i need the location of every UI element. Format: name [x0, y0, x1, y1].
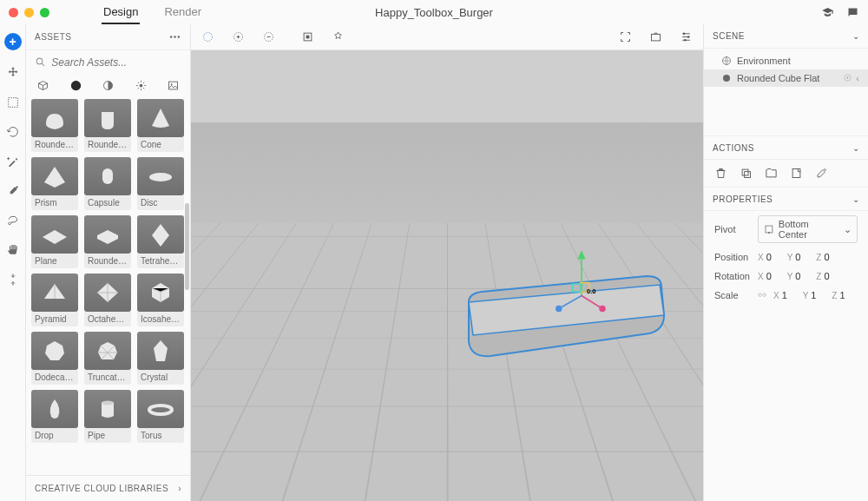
asset-label: Crystal	[137, 370, 184, 385]
svg-point-38	[768, 232, 770, 234]
delete-icon[interactable]	[714, 167, 727, 180]
properties-header: PROPERTIES	[713, 194, 773, 204]
asset-thumb[interactable]	[31, 390, 78, 428]
asset-thumb[interactable]	[84, 99, 131, 137]
subtract-selection-icon[interactable]	[262, 30, 275, 43]
asset-thumb[interactable]	[31, 99, 78, 137]
eyedropper-icon[interactable]	[6, 184, 20, 198]
learn-icon[interactable]	[821, 6, 834, 19]
anchor-tool-icon[interactable]	[6, 273, 20, 287]
minimize-window-button[interactable]	[24, 8, 34, 17]
magic-wand-icon[interactable]	[6, 155, 20, 168]
position-y-field[interactable]: Y0	[787, 252, 808, 262]
asset-thumb[interactable]	[84, 390, 131, 428]
note-icon[interactable]	[790, 167, 803, 180]
add-button[interactable]: +	[4, 33, 22, 50]
rotation-z-field[interactable]: Z0	[816, 271, 836, 281]
pivot-select[interactable]: Bottom Center ⌄	[758, 215, 858, 243]
asset-thumb[interactable]	[31, 215, 78, 254]
asset-thumb[interactable]	[137, 332, 184, 370]
close-window-button[interactable]	[9, 8, 18, 17]
duplicate-icon[interactable]	[740, 167, 753, 180]
render-settings-icon[interactable]	[680, 30, 693, 43]
scene-item-rounded-cube[interactable]: Rounded Cube Flat ‹	[704, 69, 868, 87]
chevron-left-icon[interactable]: ‹	[856, 73, 859, 83]
asset-label: Rounded ...	[31, 137, 78, 152]
asset-label: Dodecah...	[31, 370, 78, 385]
asset-thumb[interactable]	[137, 157, 184, 195]
ccl-header[interactable]: CREATIVE CLOUD LIBRARIES	[35, 484, 168, 493]
effects-icon[interactable]	[332, 30, 345, 43]
svg-point-12	[149, 405, 172, 414]
asset-thumb[interactable]	[137, 274, 184, 312]
scale-z-field[interactable]: Z1	[832, 290, 852, 300]
sample-icon[interactable]	[815, 167, 828, 180]
asset-thumb[interactable]	[137, 390, 184, 428]
snap-icon[interactable]	[301, 30, 314, 43]
materials-category-icon[interactable]	[102, 79, 115, 92]
selected-object[interactable]	[443, 267, 686, 372]
position-label: Position	[714, 252, 751, 262]
position-x-field[interactable]: X0	[758, 252, 779, 262]
asset-label: Truncated...	[84, 370, 131, 385]
asset-thumb[interactable]	[31, 332, 78, 370]
assets-scrollbar[interactable]	[185, 203, 189, 290]
assets-panel: ASSETS Rounded ...Rounded ...ConePrismCa…	[26, 24, 191, 501]
camera-bookmark-icon[interactable]	[649, 30, 662, 43]
hand-tool-icon[interactable]	[6, 243, 20, 257]
asset-thumb[interactable]	[31, 157, 78, 195]
add-to-selection-icon[interactable]	[232, 30, 245, 43]
svg-rect-18	[652, 34, 661, 41]
scene-item-environment[interactable]: Environment	[704, 52, 868, 69]
asset-thumb[interactable]	[31, 274, 78, 312]
svg-rect-34	[742, 169, 748, 175]
document-title: Happy_Toolbox_Burger	[375, 6, 493, 19]
undo-icon[interactable]	[6, 125, 20, 139]
assets-menu-icon[interactable]	[168, 30, 181, 43]
select-tool-icon[interactable]	[6, 96, 20, 109]
chevron-down-icon[interactable]: ⌄	[852, 194, 860, 204]
frame-icon[interactable]	[619, 30, 632, 43]
pivot-value: Bottom Center	[779, 219, 839, 240]
asset-thumb[interactable]	[84, 332, 131, 370]
svg-rect-37	[766, 226, 773, 233]
chevron-down-icon[interactable]: ⌄	[852, 31, 860, 41]
search-input[interactable]	[51, 56, 181, 69]
scale-x-field[interactable]: X1	[773, 290, 794, 300]
models-category-icon[interactable]	[36, 79, 49, 92]
canvas-3d[interactable]: 0.0	[191, 50, 703, 501]
feedback-icon[interactable]	[846, 6, 859, 19]
chevron-down-icon[interactable]: ⌄	[852, 143, 860, 153]
pivot-icon	[764, 224, 774, 234]
rotation-y-field[interactable]: Y0	[787, 271, 808, 281]
asset-thumb[interactable]	[137, 215, 184, 254]
scene-item-label: Rounded Cube Flat	[737, 73, 819, 83]
asset-thumb[interactable]	[84, 157, 131, 195]
asset-thumb[interactable]	[137, 99, 184, 137]
assets-header: ASSETS	[35, 32, 71, 42]
group-icon[interactable]	[765, 167, 778, 180]
lights-category-icon[interactable]	[135, 79, 148, 92]
link-icon[interactable]	[758, 291, 766, 300]
svg-point-19	[683, 33, 686, 36]
position-z-field[interactable]: Z0	[816, 252, 836, 262]
lasso-icon[interactable]	[6, 214, 20, 227]
asset-label: Disc	[137, 195, 184, 210]
asset-thumb[interactable]	[84, 274, 131, 312]
asset-label: Cone	[137, 137, 184, 152]
images-category-icon[interactable]	[167, 79, 180, 92]
chevron-right-icon[interactable]: ›	[178, 484, 181, 493]
scale-y-field[interactable]: Y1	[803, 290, 824, 300]
shapes-category-icon[interactable]	[69, 79, 82, 92]
zoom-window-button[interactable]	[40, 8, 49, 17]
asset-thumb[interactable]	[84, 215, 131, 254]
target-icon[interactable]	[843, 73, 852, 82]
move-tool-icon[interactable]	[6, 66, 20, 80]
svg-rect-9	[102, 168, 113, 184]
rotation-x-field[interactable]: X0	[758, 271, 779, 281]
marquee-select-icon[interactable]	[201, 30, 214, 43]
mesh-icon	[721, 73, 732, 83]
tab-design[interactable]: Design	[102, 1, 140, 24]
tab-render[interactable]: Render	[162, 1, 203, 24]
svg-rect-7	[169, 82, 178, 89]
